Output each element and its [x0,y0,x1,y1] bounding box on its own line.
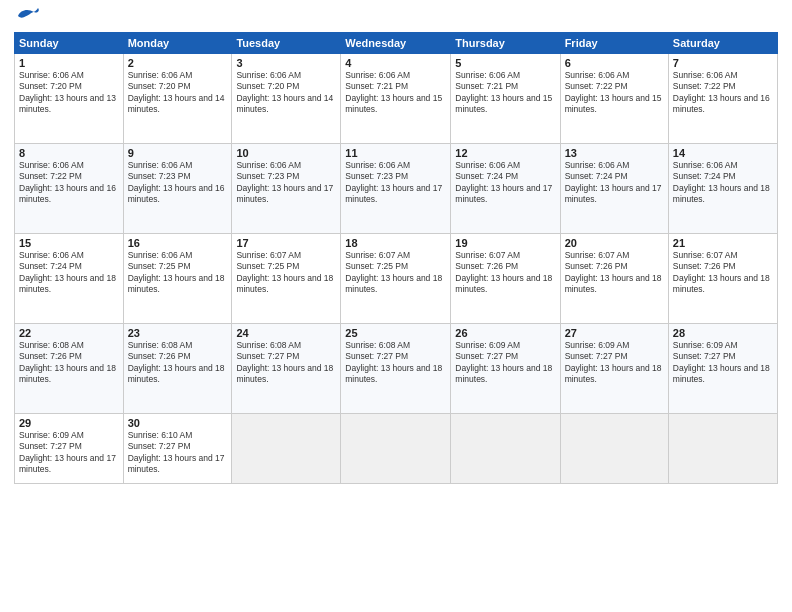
day-info: Sunrise: 6:06 AMSunset: 7:22 PMDaylight:… [673,70,773,116]
logo [14,10,40,26]
day-info: Sunrise: 6:06 AMSunset: 7:24 PMDaylight:… [565,160,664,206]
col-tuesday: Tuesday [232,33,341,54]
day-number: 26 [455,327,555,339]
table-row: 2Sunrise: 6:06 AMSunset: 7:20 PMDaylight… [123,54,232,144]
day-number: 7 [673,57,773,69]
day-info: Sunrise: 6:08 AMSunset: 7:27 PMDaylight:… [345,340,446,386]
day-number: 28 [673,327,773,339]
day-number: 1 [19,57,119,69]
table-row: 8Sunrise: 6:06 AMSunset: 7:22 PMDaylight… [15,144,124,234]
table-row [341,414,451,484]
col-thursday: Thursday [451,33,560,54]
day-info: Sunrise: 6:07 AMSunset: 7:25 PMDaylight:… [236,250,336,296]
day-number: 19 [455,237,555,249]
day-number: 22 [19,327,119,339]
day-number: 24 [236,327,336,339]
day-info: Sunrise: 6:06 AMSunset: 7:24 PMDaylight:… [673,160,773,206]
day-info: Sunrise: 6:09 AMSunset: 7:27 PMDaylight:… [455,340,555,386]
day-number: 20 [565,237,664,249]
day-info: Sunrise: 6:08 AMSunset: 7:26 PMDaylight:… [128,340,228,386]
day-info: Sunrise: 6:06 AMSunset: 7:20 PMDaylight:… [128,70,228,116]
day-number: 6 [565,57,664,69]
table-row: 12Sunrise: 6:06 AMSunset: 7:24 PMDayligh… [451,144,560,234]
day-number: 18 [345,237,446,249]
day-info: Sunrise: 6:07 AMSunset: 7:26 PMDaylight:… [455,250,555,296]
table-row: 10Sunrise: 6:06 AMSunset: 7:23 PMDayligh… [232,144,341,234]
table-row: 30Sunrise: 6:10 AMSunset: 7:27 PMDayligh… [123,414,232,484]
calendar-week-row: 15Sunrise: 6:06 AMSunset: 7:24 PMDayligh… [15,234,778,324]
day-number: 9 [128,147,228,159]
calendar-week-row: 22Sunrise: 6:08 AMSunset: 7:26 PMDayligh… [15,324,778,414]
page-header [14,10,778,26]
calendar-header-row: Sunday Monday Tuesday Wednesday Thursday… [15,33,778,54]
day-number: 29 [19,417,119,429]
day-number: 27 [565,327,664,339]
table-row: 11Sunrise: 6:06 AMSunset: 7:23 PMDayligh… [341,144,451,234]
table-row: 27Sunrise: 6:09 AMSunset: 7:27 PMDayligh… [560,324,668,414]
calendar-table: Sunday Monday Tuesday Wednesday Thursday… [14,32,778,484]
table-row: 6Sunrise: 6:06 AMSunset: 7:22 PMDaylight… [560,54,668,144]
logo-bird-icon [16,6,40,26]
table-row: 4Sunrise: 6:06 AMSunset: 7:21 PMDaylight… [341,54,451,144]
table-row: 9Sunrise: 6:06 AMSunset: 7:23 PMDaylight… [123,144,232,234]
day-info: Sunrise: 6:06 AMSunset: 7:22 PMDaylight:… [565,70,664,116]
col-wednesday: Wednesday [341,33,451,54]
day-number: 2 [128,57,228,69]
day-info: Sunrise: 6:09 AMSunset: 7:27 PMDaylight:… [565,340,664,386]
day-info: Sunrise: 6:09 AMSunset: 7:27 PMDaylight:… [673,340,773,386]
table-row: 18Sunrise: 6:07 AMSunset: 7:25 PMDayligh… [341,234,451,324]
table-row: 23Sunrise: 6:08 AMSunset: 7:26 PMDayligh… [123,324,232,414]
table-row: 7Sunrise: 6:06 AMSunset: 7:22 PMDaylight… [668,54,777,144]
day-info: Sunrise: 6:06 AMSunset: 7:23 PMDaylight:… [128,160,228,206]
table-row [560,414,668,484]
day-info: Sunrise: 6:06 AMSunset: 7:24 PMDaylight:… [19,250,119,296]
table-row: 16Sunrise: 6:06 AMSunset: 7:25 PMDayligh… [123,234,232,324]
calendar-week-row: 8Sunrise: 6:06 AMSunset: 7:22 PMDaylight… [15,144,778,234]
table-row: 14Sunrise: 6:06 AMSunset: 7:24 PMDayligh… [668,144,777,234]
day-info: Sunrise: 6:06 AMSunset: 7:21 PMDaylight:… [345,70,446,116]
table-row [451,414,560,484]
day-number: 14 [673,147,773,159]
day-number: 11 [345,147,446,159]
day-info: Sunrise: 6:07 AMSunset: 7:26 PMDaylight:… [673,250,773,296]
table-row: 28Sunrise: 6:09 AMSunset: 7:27 PMDayligh… [668,324,777,414]
calendar-week-row: 1Sunrise: 6:06 AMSunset: 7:20 PMDaylight… [15,54,778,144]
table-row: 26Sunrise: 6:09 AMSunset: 7:27 PMDayligh… [451,324,560,414]
day-number: 17 [236,237,336,249]
day-number: 8 [19,147,119,159]
day-number: 12 [455,147,555,159]
table-row: 20Sunrise: 6:07 AMSunset: 7:26 PMDayligh… [560,234,668,324]
day-info: Sunrise: 6:10 AMSunset: 7:27 PMDaylight:… [128,430,228,476]
col-monday: Monday [123,33,232,54]
page-container: Sunday Monday Tuesday Wednesday Thursday… [0,0,792,612]
day-info: Sunrise: 6:06 AMSunset: 7:25 PMDaylight:… [128,250,228,296]
day-number: 16 [128,237,228,249]
day-info: Sunrise: 6:07 AMSunset: 7:26 PMDaylight:… [565,250,664,296]
table-row: 22Sunrise: 6:08 AMSunset: 7:26 PMDayligh… [15,324,124,414]
day-number: 21 [673,237,773,249]
day-info: Sunrise: 6:06 AMSunset: 7:23 PMDaylight:… [236,160,336,206]
table-row [668,414,777,484]
table-row: 15Sunrise: 6:06 AMSunset: 7:24 PMDayligh… [15,234,124,324]
day-info: Sunrise: 6:06 AMSunset: 7:23 PMDaylight:… [345,160,446,206]
table-row: 3Sunrise: 6:06 AMSunset: 7:20 PMDaylight… [232,54,341,144]
day-number: 23 [128,327,228,339]
day-info: Sunrise: 6:06 AMSunset: 7:24 PMDaylight:… [455,160,555,206]
table-row: 24Sunrise: 6:08 AMSunset: 7:27 PMDayligh… [232,324,341,414]
day-number: 25 [345,327,446,339]
table-row: 19Sunrise: 6:07 AMSunset: 7:26 PMDayligh… [451,234,560,324]
day-number: 30 [128,417,228,429]
day-number: 15 [19,237,119,249]
table-row [232,414,341,484]
calendar-week-row: 29Sunrise: 6:09 AMSunset: 7:27 PMDayligh… [15,414,778,484]
day-number: 4 [345,57,446,69]
table-row: 1Sunrise: 6:06 AMSunset: 7:20 PMDaylight… [15,54,124,144]
day-number: 10 [236,147,336,159]
day-info: Sunrise: 6:06 AMSunset: 7:20 PMDaylight:… [19,70,119,116]
table-row: 13Sunrise: 6:06 AMSunset: 7:24 PMDayligh… [560,144,668,234]
col-saturday: Saturday [668,33,777,54]
day-info: Sunrise: 6:08 AMSunset: 7:27 PMDaylight:… [236,340,336,386]
table-row: 25Sunrise: 6:08 AMSunset: 7:27 PMDayligh… [341,324,451,414]
table-row: 29Sunrise: 6:09 AMSunset: 7:27 PMDayligh… [15,414,124,484]
day-info: Sunrise: 6:07 AMSunset: 7:25 PMDaylight:… [345,250,446,296]
